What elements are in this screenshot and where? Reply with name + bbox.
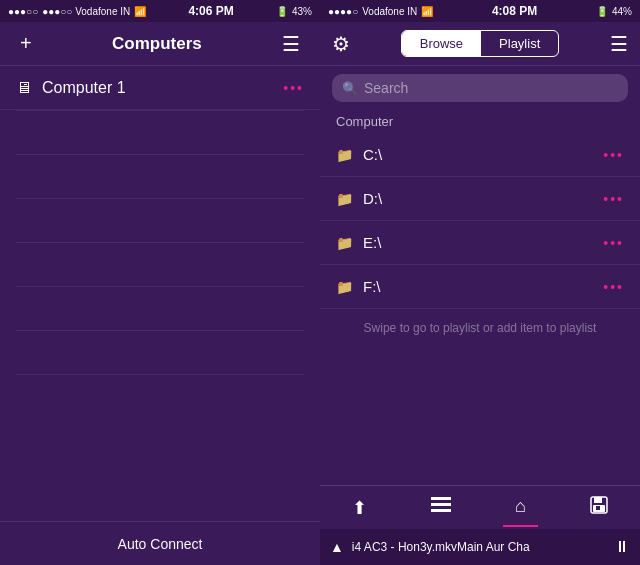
- drive-name: E:\: [363, 234, 381, 251]
- more-options-button[interactable]: •••: [603, 191, 624, 207]
- menu-button-left[interactable]: ☰: [278, 28, 304, 60]
- time-left: 4:06 PM: [188, 4, 233, 18]
- divider: [16, 242, 304, 243]
- section-label: Computer: [320, 110, 640, 133]
- segment-control: Browse Playlist: [401, 30, 560, 57]
- pause-button[interactable]: ⏸: [614, 538, 630, 556]
- expand-icon: ▲: [330, 539, 344, 555]
- more-options-button[interactable]: •••: [603, 279, 624, 295]
- tab-browse[interactable]: Browse: [402, 31, 481, 56]
- divider: [16, 154, 304, 155]
- save-button[interactable]: [578, 488, 620, 527]
- more-options-button[interactable]: •••: [603, 147, 624, 163]
- svg-rect-6: [596, 506, 600, 510]
- save-icon: [590, 496, 608, 514]
- list-item[interactable]: 📁 E:\ •••: [320, 221, 640, 265]
- drive-name: F:\: [363, 278, 381, 295]
- menu-button-right[interactable]: ☰: [610, 32, 628, 56]
- battery-icon-left: 🔋: [276, 6, 288, 17]
- drive-name: D:\: [363, 190, 382, 207]
- computer-item-content: 🖥 Computer 1: [16, 79, 126, 97]
- carrier-name-left: ●●●○○ Vodafone IN: [42, 6, 130, 17]
- drive-item-content: 📁 F:\: [336, 278, 381, 295]
- folder-icon: 📁: [336, 147, 353, 163]
- status-bar-left: ●●●○○ ●●●○○ Vodafone IN 📶 4:06 PM 🔋 43%: [0, 0, 320, 22]
- svg-rect-4: [594, 497, 602, 503]
- signal-icon-left: ●●●○○: [8, 6, 38, 17]
- divider: [16, 330, 304, 331]
- upload-button[interactable]: ⬆: [340, 489, 379, 527]
- monitor-icon: 🖥: [16, 79, 32, 97]
- battery-left: 🔋 43%: [276, 6, 312, 17]
- svg-rect-2: [431, 509, 451, 512]
- battery-pct-left: 43%: [292, 6, 312, 17]
- drive-item-content: 📁 C:\: [336, 146, 382, 163]
- signal-icon-right: ●●●●○: [328, 6, 358, 17]
- divider: [16, 286, 304, 287]
- drive-item-content: 📁 E:\: [336, 234, 381, 251]
- wifi-icon-right: 📶: [421, 6, 433, 17]
- settings-button[interactable]: ⚙: [332, 32, 350, 56]
- list-item[interactable]: 📁 C:\ •••: [320, 133, 640, 177]
- list-item[interactable]: 📁 D:\ •••: [320, 177, 640, 221]
- svg-rect-1: [431, 503, 451, 506]
- battery-pct-right: 44%: [612, 6, 632, 17]
- search-input[interactable]: [364, 80, 618, 96]
- computer-name: Computer 1: [42, 79, 126, 97]
- auto-connect-label: Auto Connect: [118, 536, 203, 552]
- top-bar-right: ⚙ Browse Playlist ☰: [320, 22, 640, 66]
- more-options-button[interactable]: •••: [603, 235, 624, 251]
- top-bar-left: + Computers ☰: [0, 22, 320, 66]
- status-bar-right: ●●●●○ Vodafone IN 📶 4:08 PM 🔋 44%: [320, 0, 640, 22]
- add-button[interactable]: +: [16, 28, 36, 59]
- carrier-name-right: Vodafone IN: [362, 6, 417, 17]
- folder-icon: 📁: [336, 279, 353, 295]
- battery-right: 🔋 44%: [596, 6, 632, 17]
- left-panel: ●●●○○ ●●●○○ Vodafone IN 📶 4:06 PM 🔋 43% …: [0, 0, 320, 565]
- search-icon: 🔍: [342, 81, 358, 96]
- list-icon: [431, 497, 451, 513]
- list-item[interactable]: 🖥 Computer 1 •••: [0, 66, 320, 110]
- tab-playlist[interactable]: Playlist: [481, 31, 558, 56]
- time-right: 4:08 PM: [492, 4, 537, 18]
- folder-icon: 📁: [336, 235, 353, 251]
- divider: [16, 198, 304, 199]
- drive-item-content: 📁 D:\: [336, 190, 382, 207]
- divider: [16, 374, 304, 375]
- more-options-button[interactable]: •••: [283, 80, 304, 96]
- now-playing-text: i4 AC3 - Hon3y.mkvMain Aur Cha: [352, 540, 606, 554]
- folder-icon: 📁: [336, 191, 353, 207]
- auto-connect-bar[interactable]: Auto Connect: [0, 521, 320, 565]
- now-playing-bar[interactable]: ▲ i4 AC3 - Hon3y.mkvMain Aur Cha ⏸: [320, 529, 640, 565]
- bottom-toolbar: ⬆ ⌂: [320, 485, 640, 529]
- home-button[interactable]: ⌂: [503, 488, 538, 527]
- carrier-right: ●●●●○ Vodafone IN 📶: [328, 6, 433, 17]
- svg-rect-0: [431, 497, 451, 500]
- page-title-left: Computers: [112, 34, 202, 54]
- battery-icon-right: 🔋: [596, 6, 608, 17]
- list-item[interactable]: 📁 F:\ •••: [320, 265, 640, 309]
- carrier-left: ●●●○○ ●●●○○ Vodafone IN 📶: [8, 6, 146, 17]
- file-list: 📁 C:\ ••• 📁 D:\ ••• 📁 E:\ ••• 📁 F:\ •: [320, 133, 640, 485]
- drive-name: C:\: [363, 146, 382, 163]
- divider: [16, 110, 304, 111]
- computer-list: 🖥 Computer 1 •••: [0, 66, 320, 521]
- wifi-icon-left: 📶: [134, 6, 146, 17]
- swipe-hint: Swipe to go to playlist or add item to p…: [320, 309, 640, 347]
- list-button[interactable]: [419, 489, 463, 526]
- search-bar: 🔍: [332, 74, 628, 102]
- right-panel: ●●●●○ Vodafone IN 📶 4:08 PM 🔋 44% ⚙ Brow…: [320, 0, 640, 565]
